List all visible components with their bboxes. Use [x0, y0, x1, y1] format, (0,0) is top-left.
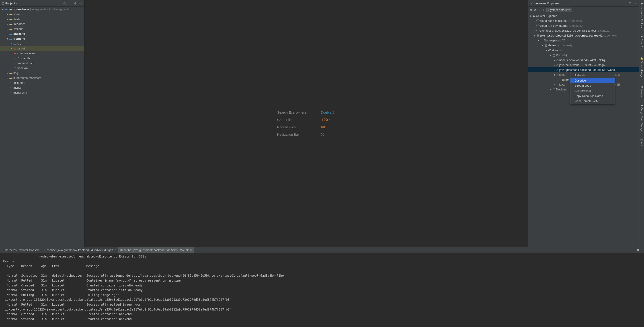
right-tool-bar: ◆Kubernetes Explorer▶Cloud Run🔒Secret Ma… — [639, 0, 644, 247]
close-icon[interactable]: ✕ — [190, 249, 192, 252]
menu-item-copy-resource-name[interactable]: Copy Resource Name — [570, 93, 614, 98]
default-namespace[interactable]: ▾▧default (1 context) — [528, 43, 639, 48]
minimize-icon[interactable]: — — [79, 1, 83, 5]
pod-node[interactable]: ▸✓ java-hello-world-57598df584-2xbg6 — [528, 62, 639, 67]
project-tree-item[interactable]: ▸▬.vscode — [0, 26, 84, 31]
gear-icon[interactable]: ⚙ — [637, 248, 639, 252]
add-icon[interactable]: + — [542, 8, 544, 11]
minimize-icon[interactable]: — — [633, 1, 637, 5]
right-tab-cloud-run[interactable]: ▶Cloud Run — [640, 35, 643, 50]
right-tab-secret-manager[interactable]: 🔒Secret Manager — [640, 57, 643, 78]
project-icon: ▤ — [2, 1, 4, 5]
project-tree-item[interactable]: ▫mvnw — [0, 85, 84, 90]
project-tree-item[interactable]: ▫mvnw.cmd — [0, 90, 84, 95]
gear-icon[interactable]: ⚙ — [73, 1, 77, 5]
project-tree-item[interactable]: ▫.gitignore — [0, 80, 84, 85]
editor-help: Search EverywhereDouble ⇧Go to File⇧⌘ORe… — [277, 109, 335, 138]
pod-node[interactable]: ▸✓ java-guestbook-backend-9df85d856-2w5b… — [528, 67, 639, 72]
kubernetes-panel: Kubernetes Explorer ⚙ — ⧉ ⟳ ? + System d… — [528, 0, 639, 247]
project-tree-item[interactable]: ▫Dockerfile — [0, 56, 84, 61]
cluster-node[interactable]: ▸cloud-run-dev-internal (1 context) — [528, 23, 639, 28]
menu-item-stream-logs[interactable]: Stream Logs — [570, 83, 614, 88]
pods-node[interactable]: ▾◫Pods (5) — [528, 52, 639, 57]
menu-item-describe[interactable]: Describe — [570, 78, 614, 83]
workloads-node[interactable]: ▾Workloads — [528, 48, 639, 52]
right-tab-ant[interactable]: 🐜Ant — [640, 138, 643, 146]
menu-item-get-terminal[interactable]: Get Terminal — [570, 88, 614, 93]
project-panel-header: ▤ Project ▾ ◎ ÷ ⚙ — — [0, 0, 84, 7]
cluster-node[interactable]: ▾⬢gke_test-project-165220_us-central1-a_… — [528, 33, 639, 38]
pod-node[interactable]: ▸✓ nodejs-hello-world-b46944f99-7ft4q — [528, 57, 639, 62]
project-panel: ▤ Project ▾ ◎ ÷ ⚙ — ▾ ▬ test-guestbook [… — [0, 0, 85, 247]
right-tab-google-cloud-storage[interactable]: ☁Google Cloud Storage — [640, 103, 643, 132]
project-tree[interactable]: ▾ ▬ test-guestbook [java-guestbook] ~/te… — [0, 7, 84, 247]
project-title[interactable]: Project — [5, 1, 15, 5]
open-icon[interactable]: ⧉ — [530, 8, 532, 12]
context-menu: RefreshDescribeStream LogsGet TerminalCo… — [570, 72, 615, 104]
project-tree-item[interactable]: ▸▬backend — [0, 31, 84, 36]
target-icon[interactable]: ◎ — [62, 1, 67, 5]
console-output[interactable]: node.kubernetes.io/unreachable:NoExecute… — [0, 253, 644, 327]
menu-item-refresh[interactable]: Refresh — [570, 73, 614, 78]
project-tree-item[interactable]: ▸▬kubernetes-manifests — [0, 75, 84, 80]
project-tree-item[interactable]: ▸▬src — [0, 41, 84, 46]
system-default-dropdown[interactable]: System default▾ — [546, 7, 572, 12]
editor-area: Search EverywhereDouble ⇧Go to File⇧⌘ORe… — [85, 0, 528, 247]
project-tree-item[interactable]: ▸▬.mvn — [0, 16, 84, 21]
project-tree-item[interactable]: ▸▬img — [0, 70, 84, 75]
kubernetes-title: Kubernetes Explorer — [530, 1, 559, 5]
kubernetes-header: Kubernetes Explorer ⚙ — — [528, 0, 639, 7]
project-tree-item[interactable]: ▸▬.idea — [0, 11, 84, 16]
project-tree-item[interactable]: ▾▬frontend — [0, 36, 84, 41]
console-title: Kubernetes Explorer Console: — [2, 248, 40, 252]
refresh-icon[interactable]: ⟳ — [534, 8, 536, 11]
dropdown-icon[interactable]: ▾ — [16, 1, 18, 5]
console-panel: Kubernetes Explorer Console: Describe: j… — [0, 247, 644, 327]
project-tree-item[interactable]: ◆checkstyle.xml — [0, 51, 84, 56]
cluster-node[interactable]: ▸cloud-code-minikube (3 contexts) — [528, 18, 639, 23]
project-tree-item[interactable]: mpom.xml — [0, 65, 84, 70]
cluster-explorer-root[interactable]: ▾ ◆ Cluster Explorer — [528, 13, 639, 18]
split-icon[interactable]: ÷ — [68, 1, 72, 5]
project-tree-item[interactable]: ▫frontend.iml — [0, 61, 84, 65]
console-tab[interactable]: Describe: java-guestbook-frontend-648dd7… — [42, 247, 118, 253]
gear-icon[interactable]: ⚙ — [628, 1, 632, 5]
project-root[interactable]: ▾ ▬ test-guestbook [java-guestbook] ~/te… — [0, 7, 84, 11]
close-icon[interactable]: ✕ — [114, 249, 116, 252]
project-tree-item[interactable]: ▸▬.readmes — [0, 21, 84, 26]
minimize-icon[interactable]: — — [639, 248, 642, 252]
kubernetes-toolbar: ⧉ ⟳ ? + System default▾ — [528, 7, 639, 13]
kubernetes-tree[interactable]: ▾ ◆ Cluster Explorer ▸cloud-code-minikub… — [528, 13, 639, 247]
help-icon[interactable]: ? — [538, 8, 540, 11]
right-tab-maven[interactable]: mMaven — [640, 85, 643, 97]
right-tab-kubernetes-explorer[interactable]: ◆Kubernetes Explorer — [640, 2, 643, 28]
console-tab[interactable]: Describe: java-guestbook-backend-9df85d8… — [118, 247, 194, 253]
menu-item-view-remote-yaml[interactable]: View Remote YAML — [570, 98, 614, 104]
cluster-node[interactable]: ▸gke_test-project-165220_us-central1-a_t… — [528, 28, 639, 33]
namespaces-node[interactable]: ▾▭Namespaces (4) — [528, 38, 639, 43]
project-tree-item[interactable]: ▸▬target — [0, 46, 84, 51]
console-tabs: Kubernetes Explorer Console: Describe: j… — [0, 247, 644, 253]
